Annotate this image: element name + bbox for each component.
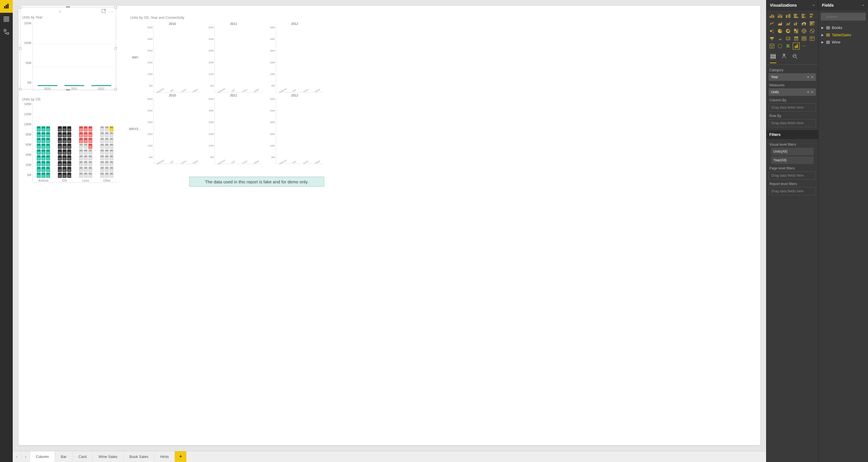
fields-table-item[interactable]: ▶Books (820, 24, 866, 31)
svg-rect-24 (787, 15, 788, 18)
viz-type-icon[interactable] (801, 28, 807, 34)
collapse-pane-icon[interactable]: › (812, 5, 816, 6)
viz-type-icon[interactable] (809, 20, 815, 27)
viz-type-icon[interactable]: R (785, 43, 791, 49)
visual-units-by-os-year-connectivity[interactable]: Units by OS, Year and Connectivity WiFi2… (128, 14, 325, 165)
remove-field-icon[interactable]: ✕ (811, 90, 814, 94)
svg-rect-23 (786, 15, 787, 18)
dropdown-icon[interactable]: ▾ (807, 75, 809, 79)
viz-type-icon[interactable] (809, 13, 815, 19)
visual-filter-item[interactable]: Year(All) (771, 156, 814, 164)
svg-rect-21 (781, 16, 782, 18)
svg-rect-59 (794, 29, 796, 31)
svg-rect-84 (770, 44, 774, 48)
viz-type-icon[interactable] (785, 28, 791, 34)
rowby-well-label: Row By (769, 114, 815, 118)
visual-units-by-year[interactable]: ≡ ··· Units by Year 150M100M50M0M2010201… (20, 7, 116, 89)
tab-nav-prev[interactable]: ‹ (13, 451, 22, 462)
more-options-icon[interactable]: ··· (109, 9, 114, 14)
viz-type-icon[interactable] (793, 20, 799, 27)
fields-table-item[interactable]: ▶TabletSales (820, 31, 866, 38)
focus-mode-icon[interactable] (101, 9, 106, 14)
svg-rect-92 (771, 54, 776, 56)
viz-type-icon[interactable] (777, 28, 783, 34)
viz-type-icon[interactable] (777, 20, 783, 27)
expand-icon[interactable]: ▶ (822, 26, 824, 29)
viz-type-icon[interactable]: ··· (801, 43, 807, 49)
viz-type-icon[interactable] (793, 28, 799, 34)
viz-type-icon[interactable] (793, 43, 799, 49)
svg-rect-0 (4, 6, 5, 8)
viz-type-icon[interactable] (777, 35, 783, 42)
fields-table-item[interactable]: ▶Wine (820, 38, 866, 46)
viz-type-icon[interactable] (785, 20, 791, 27)
fields-search[interactable] (821, 13, 866, 21)
svg-point-66 (811, 30, 812, 31)
fields-search-input[interactable] (826, 15, 868, 19)
svg-rect-33 (803, 16, 805, 16)
columnby-well[interactable]: Drag data fields here (769, 104, 816, 112)
viz-type-icon[interactable] (777, 13, 783, 19)
format-tab-icon[interactable] (781, 53, 787, 63)
svg-rect-31 (804, 14, 805, 15)
add-page-button[interactable]: + (175, 451, 186, 462)
page-tab[interactable]: Card (73, 451, 93, 462)
category-well[interactable]: Year ▾ ✕ (769, 73, 816, 81)
visual-units-by-os[interactable]: Units by OS 140M120M100M80M60M40M20M0MAn… (20, 97, 118, 184)
collapse-pane-icon[interactable]: › (862, 5, 866, 6)
svg-rect-76 (802, 36, 806, 40)
page-tab[interactable]: Column (30, 451, 55, 462)
viz-type-icon[interactable] (769, 43, 775, 49)
measures-well[interactable]: Units ▾ ✕ (769, 88, 816, 96)
viz-type-icon[interactable] (809, 35, 815, 42)
svg-rect-101 (827, 26, 830, 29)
measures-well-label: Measures (769, 83, 815, 87)
expand-icon[interactable]: ▶ (822, 40, 824, 44)
viz-type-icon[interactable] (793, 13, 799, 19)
expand-icon[interactable]: ▶ (822, 33, 824, 36)
table-icon (826, 33, 830, 37)
svg-rect-32 (802, 16, 803, 16)
svg-rect-51 (810, 24, 812, 25)
svg-rect-61 (796, 30, 797, 33)
viz-type-icon[interactable] (801, 20, 807, 27)
page-filters-drop[interactable]: Drag data fields here (769, 171, 816, 180)
viz-type-icon[interactable] (769, 28, 775, 34)
report-filters-drop[interactable]: Drag data fields here (769, 187, 816, 195)
fields-tab-icon[interactable] (770, 53, 776, 63)
viz-type-icon[interactable] (793, 35, 799, 42)
viz-type-icon[interactable] (785, 13, 791, 19)
page-tab[interactable]: Book Sales (124, 451, 155, 462)
remove-field-icon[interactable]: ✕ (811, 75, 814, 79)
viz-type-icon[interactable] (809, 28, 815, 34)
chart-title: Units by OS (20, 97, 118, 103)
table-icon (826, 26, 830, 30)
page-tab[interactable]: Hints (155, 451, 175, 462)
page-tab[interactable]: Wine Sales (93, 451, 124, 462)
viz-type-icon[interactable] (801, 35, 807, 42)
viz-type-icon[interactable]: 123 (785, 35, 791, 42)
svg-rect-9 (7, 33, 9, 34)
svg-rect-74 (794, 38, 798, 39)
visualization-type-gallery: 123R··· (767, 10, 818, 52)
dropdown-icon[interactable]: ▾ (807, 90, 809, 94)
viz-type-icon[interactable] (777, 43, 783, 49)
analytics-tab-icon[interactable] (792, 53, 798, 63)
page-tab[interactable]: Bar (55, 451, 73, 462)
rowby-well[interactable]: Drag data fields here (769, 119, 816, 127)
tab-nav-next[interactable]: › (22, 451, 30, 462)
svg-rect-35 (805, 17, 806, 18)
viz-type-icon[interactable] (801, 13, 807, 19)
visual-filter-item[interactable]: Units(All) (771, 148, 814, 155)
svg-rect-26 (789, 14, 790, 18)
nav-model-icon[interactable] (0, 26, 13, 38)
table-icon (826, 40, 830, 44)
svg-rect-89 (795, 46, 796, 48)
drag-handle-icon[interactable]: ≡ (22, 9, 98, 14)
svg-rect-94 (771, 58, 776, 59)
viz-type-icon[interactable] (769, 20, 775, 27)
viz-type-icon[interactable] (769, 35, 775, 42)
nav-report-icon[interactable] (0, 0, 13, 13)
nav-data-icon[interactable] (0, 13, 13, 26)
viz-type-icon[interactable] (769, 13, 775, 19)
